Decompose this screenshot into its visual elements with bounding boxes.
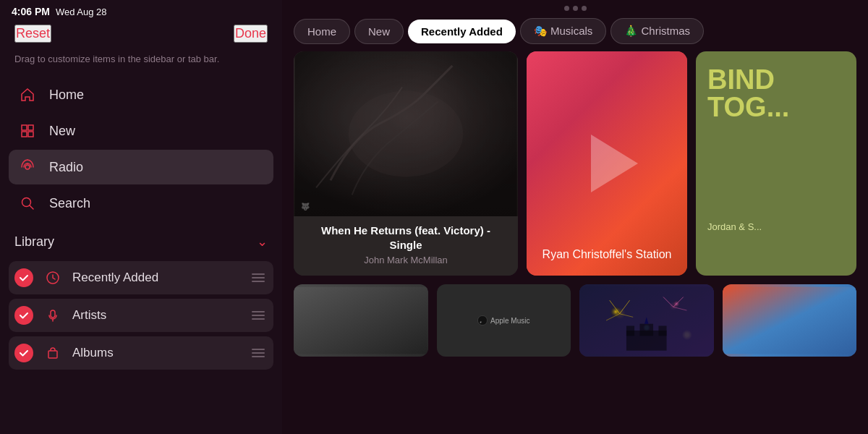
- clock-icon: [43, 268, 62, 287]
- new-label: New: [49, 124, 75, 139]
- mic-icon: [43, 306, 62, 325]
- mini-card-fireworks[interactable]: [579, 284, 714, 357]
- drag-hint: Drag to customize items in the sidebar o…: [0, 50, 282, 77]
- library-items: Recently Added Artists: [0, 255, 282, 373]
- sidebar-item-new[interactable]: New: [9, 114, 273, 148]
- radio-icon: [17, 157, 38, 177]
- card-when-he-returns[interactable]: 🐺 When He Returns (feat. Victory) - Sing…: [294, 51, 518, 276]
- library-item-recently-added[interactable]: Recently Added: [9, 261, 273, 294]
- play-arrow-icon: [591, 135, 638, 192]
- watermark-icon: 🐺: [301, 203, 310, 210]
- top-bar: [282, 0, 868, 14]
- svg-rect-12: [294, 287, 428, 354]
- card-label-ryan-station: Ryan Christoffel's Station: [542, 248, 672, 261]
- drag-handle-albums[interactable]: [249, 346, 268, 360]
- dots-indicator: [564, 6, 587, 11]
- card-bind-us-together[interactable]: BINDTOG... Jordan & S...: [696, 51, 856, 276]
- apple-music-logo: Apple Music: [477, 315, 529, 326]
- content-area: 🐺 When He Returns (feat. Victory) - Sing…: [282, 51, 868, 434]
- sidebar-item-home[interactable]: Home: [9, 77, 273, 112]
- drag-handle-recently-added[interactable]: [249, 271, 268, 285]
- library-section: Library ⌄: [0, 221, 282, 255]
- card-info-dark: When He Returns (feat. Victory) - Single…: [294, 216, 518, 276]
- sidebar-item-radio[interactable]: Radio: [9, 150, 273, 184]
- check-circle-recently-added: [14, 268, 33, 287]
- recently-added-label: Recently Added: [72, 271, 239, 285]
- sidebar-item-search[interactable]: Search: [9, 186, 273, 221]
- dot-3: [582, 6, 587, 11]
- check-circle-artists: [14, 306, 33, 325]
- dot-1: [564, 6, 569, 11]
- mini-card-apple-music[interactable]: Apple Music: [437, 284, 571, 357]
- albums-icon: [43, 344, 62, 362]
- radio-label: Radio: [49, 160, 83, 175]
- tab-musicals[interactable]: 🎭 Musicals: [520, 18, 607, 44]
- drag-handle-artists[interactable]: [249, 308, 268, 323]
- search-label: Search: [49, 196, 90, 211]
- status-time: 4:06 PM: [12, 6, 50, 17]
- library-item-albums[interactable]: Albums: [9, 336, 273, 370]
- top-cards-row: 🐺 When He Returns (feat. Victory) - Sing…: [294, 51, 856, 276]
- status-bar: 4:06 PM Wed Aug 28: [0, 0, 282, 20]
- status-date: Wed Aug 28: [56, 7, 107, 17]
- card-subtitle-when-he-returns: John Mark McMillan: [304, 255, 508, 265]
- tab-new[interactable]: New: [354, 19, 404, 44]
- chevron-down-icon[interactable]: ⌄: [257, 234, 268, 250]
- svg-rect-1: [28, 125, 33, 130]
- card-olive-info: Jordan & S...: [707, 221, 845, 232]
- svg-point-4: [25, 165, 30, 169]
- done-button[interactable]: Done: [234, 25, 268, 43]
- card-big-text: BINDTOG...: [707, 66, 789, 121]
- bind-us-subtitle: Jordan & S...: [707, 221, 762, 232]
- library-header: Library ⌄: [14, 234, 268, 250]
- tab-home[interactable]: Home: [294, 19, 350, 44]
- header-row: Reset Done: [0, 20, 282, 50]
- home-icon: [17, 85, 38, 105]
- mini-card-1[interactable]: [294, 284, 428, 357]
- svg-rect-25: [658, 326, 666, 336]
- tab-christmas[interactable]: 🎄 Christmas: [610, 18, 704, 44]
- check-circle-albums: [14, 344, 33, 362]
- svg-rect-0: [22, 125, 27, 130]
- dot-2: [573, 6, 578, 11]
- mini-card-colorful[interactable]: [723, 284, 857, 357]
- svg-rect-24: [626, 326, 634, 336]
- apple-music-text: Apple Music: [490, 317, 529, 325]
- sidebar: 4:06 PM Wed Aug 28 Reset Done Drag to cu…: [0, 0, 282, 434]
- grid-icon: [17, 121, 38, 141]
- svg-rect-26: [639, 324, 653, 336]
- library-title: Library: [14, 234, 54, 250]
- svg-rect-2: [22, 132, 27, 137]
- nav-items: Home New: [0, 77, 282, 221]
- library-item-artists[interactable]: Artists: [9, 299, 273, 332]
- search-icon: [17, 193, 38, 213]
- bottom-cards-row: Apple Music: [294, 284, 856, 357]
- svg-rect-9: [48, 351, 57, 358]
- tab-bar: Home New Recently Added 🎭 Musicals 🎄 Chr…: [282, 14, 868, 51]
- card-title-when-he-returns: When He Returns (feat. Victory) - Single: [304, 224, 508, 252]
- main-content: Home New Recently Added 🎭 Musicals 🎄 Chr…: [282, 0, 868, 434]
- home-label: Home: [49, 88, 84, 103]
- svg-line-6: [30, 205, 33, 209]
- svg-rect-27: [723, 287, 857, 354]
- album-art-dark: 🐺: [294, 51, 518, 216]
- artists-label: Artists: [72, 308, 239, 323]
- reset-button[interactable]: Reset: [14, 25, 51, 43]
- card-ryan-station[interactable]: Ryan Christoffel's Station: [527, 51, 687, 276]
- albums-label: Albums: [72, 346, 239, 360]
- svg-rect-3: [28, 132, 33, 137]
- svg-point-11: [349, 91, 464, 177]
- tab-recently-added[interactable]: Recently Added: [408, 20, 516, 43]
